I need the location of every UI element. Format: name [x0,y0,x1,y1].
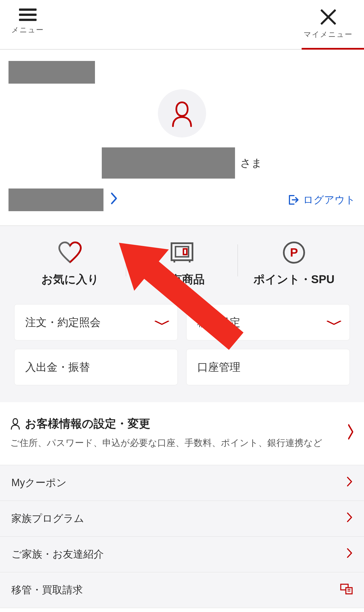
person-icon [171,100,193,127]
chevron-right-icon [111,192,118,208]
svg-text:P: P [290,246,298,259]
customer-settings-link[interactable]: お客様情報の設定・変更 ご住所、パスワード、申込が必要な口座、手数料、ポイント、… [0,402,364,465]
list-transfer[interactable]: 移管・買取請求 [0,572,364,608]
active-tab-underline [302,48,364,50]
list-my-coupon[interactable]: Myクーポン [0,465,364,501]
chevron-down-icon [326,317,342,328]
redacted-account-id [9,189,103,211]
logout-button[interactable]: ログアウト [287,193,355,207]
card-cash-label: 入出金・振替 [25,360,90,374]
card-orders-label: 注文・約定照会 [25,315,101,330]
profile-section: さま ログアウト [0,50,364,226]
heart-icon [57,241,83,264]
logout-icon [287,194,299,206]
quick-section: お気に入り 保有商品 P [0,226,364,402]
avatar [158,89,206,137]
settings-title-text: お客様情報の設定・変更 [25,416,150,431]
chevron-right-icon [346,476,353,490]
chevron-right-icon [348,420,354,445]
quick-points-label: ポイント・SPU [253,272,335,287]
quick-favorites[interactable]: お気に入り [14,242,126,287]
chevron-right-icon [346,548,353,561]
card-account-label: 口座管理 [197,360,240,374]
card-tsumitate-label: 積立設定 [197,315,240,330]
mymenu-label: マイメニュー [304,29,353,39]
list-item-label: 家族プログラム [11,512,84,526]
user-name-row: さま [9,147,355,179]
settings-subtitle: ご住所、パスワード、申込が必要な口座、手数料、ポイント、銀行連携など [10,436,341,450]
app-header: メニュー マイメニュー [0,0,364,50]
svg-rect-2 [183,249,187,255]
quick-points-spu[interactable]: P ポイント・SPU [238,242,350,287]
menu-label: メニュー [11,25,44,35]
list-referral[interactable]: ご家族・お友達紹介 [0,537,364,572]
quick-holdings[interactable]: 保有商品 [126,242,238,287]
hamburger-icon [19,9,37,21]
svg-rect-0 [172,243,192,260]
chevron-down-icon [154,317,170,328]
points-icon: P [282,241,306,264]
card-orders[interactable]: 注文・約定照会 [14,304,178,340]
quick-holdings-label: 保有商品 [159,272,205,287]
close-icon [320,9,337,26]
quick-favorites-label: お気に入り [41,272,99,287]
transfer-icon [340,583,353,597]
list-family-program[interactable]: 家族プログラム [0,501,364,537]
safe-icon [170,242,194,264]
logout-label: ログアウト [303,193,355,207]
chevron-right-icon [346,512,353,525]
mymenu-close-button[interactable]: マイメニュー [304,9,353,39]
redacted-block [9,61,95,84]
list-item-label: Myクーポン [11,476,67,490]
card-account[interactable]: 口座管理 [186,349,350,385]
sama-suffix: さま [240,156,262,170]
card-tsumitate[interactable]: 積立設定 [186,304,350,340]
card-cash[interactable]: 入出金・振替 [14,349,178,385]
menu-button[interactable]: メニュー [11,9,44,35]
person-icon [10,418,20,430]
account-id-link[interactable] [9,189,118,211]
redacted-name [102,147,235,179]
list-item-label: 移管・買取請求 [11,583,83,597]
list-item-label: ご家族・お友達紹介 [11,547,104,561]
